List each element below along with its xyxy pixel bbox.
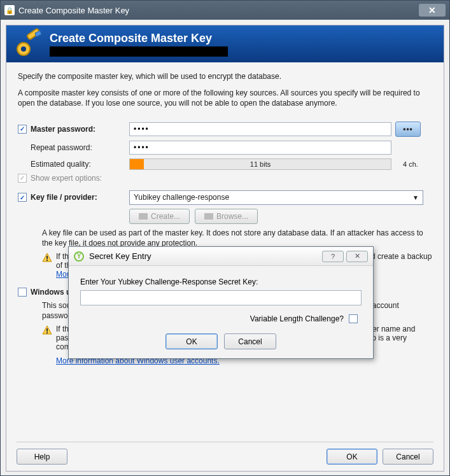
expert-options-label: Show expert options: (31, 174, 102, 183)
modal-cancel-button[interactable]: Cancel (224, 333, 276, 349)
yubikey-icon: Y (74, 251, 84, 262)
keyfile-selected: Yubikey challenge-response (134, 193, 229, 202)
keyfile-label: Key file / provider: (31, 193, 97, 202)
ok-button[interactable]: OK (327, 449, 377, 465)
chevron-down-icon: ▼ (412, 194, 419, 201)
close-button[interactable]: ✕ (419, 4, 446, 17)
warning-icon (42, 325, 52, 335)
repeat-password-label: Repeat password: (31, 143, 92, 152)
keyfile-note: A key file can be used as part of the ma… (42, 228, 432, 248)
modal-close-button[interactable]: ✕ (346, 251, 368, 262)
secret-key-input[interactable] (80, 290, 362, 305)
intro-1: Specify the composite master key, which … (18, 71, 432, 81)
window-title: Create Composite Master Key (18, 6, 419, 15)
header-banner: Create Composite Master Key (6, 25, 444, 62)
intro-2: A composite master key consists of one o… (18, 88, 432, 108)
quality-text: 11 bits (250, 160, 271, 168)
warning-icon (42, 253, 52, 263)
cancel-button[interactable]: Cancel (383, 449, 433, 465)
svg-point-1 (21, 46, 26, 52)
help-button[interactable]: Help (17, 449, 67, 465)
new-doc-icon (139, 213, 148, 220)
secret-key-dialog: Y Secret Key Entry ? ✕ Enter Your Yubkey… (68, 246, 374, 359)
variable-length-label: Variable Length Challenge? (250, 314, 344, 323)
master-password-label: Master password: (31, 125, 95, 134)
expert-options-checkbox (18, 174, 27, 183)
main-window: 🔒 Create Composite Master Key ✕ Create C… (0, 0, 450, 476)
modal-help-button[interactable]: ? (322, 251, 344, 262)
svg-rect-6 (46, 332, 48, 333)
modal-title: Secret Key Entry (89, 251, 151, 261)
modal-titlebar: Y Secret Key Entry ? ✕ (69, 247, 373, 266)
create-keyfile-button[interactable]: Create... (129, 209, 190, 224)
svg-rect-3 (46, 256, 48, 259)
variable-length-checkbox[interactable] (349, 314, 358, 323)
quality-bar: 11 bits (129, 158, 391, 170)
browse-keyfile-button[interactable]: Browse... (195, 209, 258, 224)
header-title: Create Composite Master Key (50, 32, 228, 45)
master-password-checkbox[interactable] (18, 125, 27, 134)
header-subtitle-redacted (50, 46, 228, 57)
svg-rect-4 (46, 260, 48, 261)
key-icon (13, 28, 45, 60)
char-count: 4 ch. (403, 160, 418, 168)
modal-ok-button[interactable]: OK (165, 333, 218, 349)
svg-rect-5 (46, 328, 48, 332)
folder-icon (204, 213, 213, 220)
repeat-password-input[interactable] (129, 141, 391, 155)
quality-label: Estimated quality: (31, 160, 91, 169)
keyfile-provider-select[interactable]: Yubikey challenge-response ▼ (129, 190, 423, 205)
windows-account-checkbox[interactable] (18, 288, 27, 297)
quality-fill (130, 159, 144, 169)
reveal-password-button[interactable]: ••• (395, 122, 421, 137)
keyfile-checkbox[interactable] (18, 193, 27, 202)
titlebar: 🔒 Create Composite Master Key ✕ (1, 1, 449, 20)
lock-icon: 🔒 (4, 5, 15, 15)
modal-prompt: Enter Your Yubkey Challenge-Response Sec… (80, 277, 362, 286)
master-password-input[interactable] (129, 122, 391, 136)
